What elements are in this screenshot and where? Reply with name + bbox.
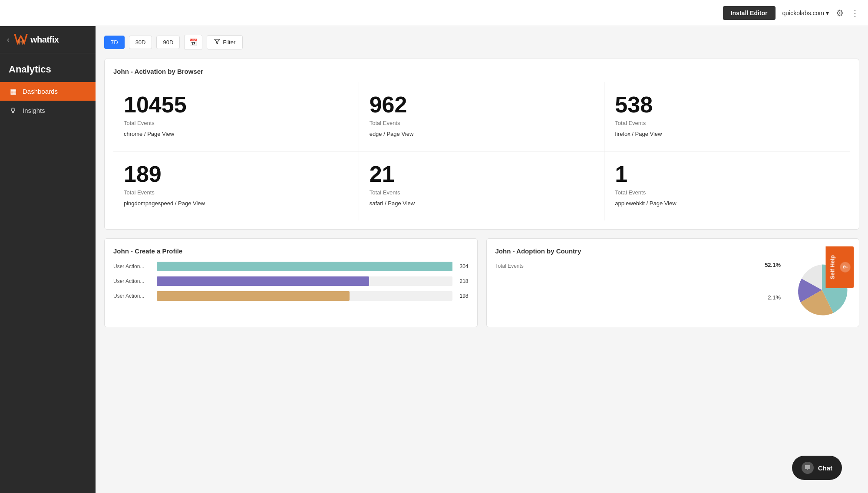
stat-detail-chrome: chrome / Page View: [124, 131, 348, 137]
stat-detail-pingdom: pingdompagespeed / Page View: [124, 200, 348, 207]
self-help-tab[interactable]: ? Self Help: [826, 246, 854, 288]
bar-label-1: User Action...: [113, 263, 152, 270]
stat-label-edge: Total Events: [370, 120, 594, 126]
bar-track-1: [157, 262, 452, 271]
adoption-by-country-section: John - Adoption by Country Total Events …: [486, 238, 860, 327]
sidebar-item-insights[interactable]: Insights: [0, 102, 96, 119]
chat-icon: [802, 462, 814, 474]
bar-label-2: User Action...: [113, 278, 152, 284]
bar-row-1: User Action... 304: [113, 262, 469, 271]
layout: ‹ whatfix Analytics ▦ Dashboards: [0, 26, 868, 493]
stat-number-chrome: 10455: [124, 92, 348, 117]
activation-by-browser-section: John - Activation by Browser 10455 Total…: [104, 59, 859, 230]
stat-number-pingdom: 189: [124, 162, 348, 187]
stat-number-safari: 21: [370, 162, 594, 187]
svg-marker-1: [17, 39, 24, 45]
sidebar-item-dashboards-label: Dashboards: [23, 88, 58, 95]
stat-label-chrome: Total Events: [124, 120, 348, 126]
topbar: Install Editor quickolabs.com ▾ ⚙ ⋮: [0, 0, 868, 26]
bar-chart: User Action... 304 User Action... 218: [113, 262, 469, 301]
date-90d-button[interactable]: 90D: [156, 36, 180, 49]
stat-chrome: 10455 Total Events chrome / Page View: [113, 82, 359, 151]
bar-track-2: [157, 276, 452, 286]
total-events-label-area: Total Events: [495, 262, 524, 270]
calendar-icon: 📅: [189, 39, 198, 46]
svg-marker-0: [14, 34, 28, 45]
stat-label-firefox: Total Events: [615, 120, 840, 126]
stat-safari: 21 Total Events safari / Page View: [359, 151, 605, 220]
pie-percentage-2: 2.1%: [765, 294, 781, 301]
date-30d-button[interactable]: 30D: [129, 36, 152, 49]
sidebar-logo-area: ‹ whatfix: [0, 26, 96, 53]
filter-label: Filter: [223, 39, 235, 46]
calendar-button[interactable]: 📅: [184, 35, 202, 50]
stat-pingdom: 189 Total Events pingdompagespeed / Page…: [113, 151, 359, 220]
stat-detail-firefox: firefox / Page View: [615, 131, 840, 137]
stat-applewebkit: 1 Total Events applewebkit / Page View: [604, 151, 850, 220]
insights-icon: [9, 107, 17, 114]
pie-percentage-area: 52.1% 2.1%: [765, 262, 781, 301]
sidebar-section-title: Analytics: [0, 53, 96, 79]
domain-selector[interactable]: quickolabs.com ▾: [782, 10, 829, 16]
whatfix-logo-icon: [13, 33, 30, 46]
sidebar-item-insights-label: Insights: [23, 107, 45, 114]
domain-arrow-icon: ▾: [826, 10, 829, 16]
stat-label-applewebkit: Total Events: [615, 189, 840, 196]
whatfix-logo: whatfix: [13, 33, 59, 46]
filter-icon: [214, 39, 220, 46]
whatfix-logo-text: whatfix: [30, 35, 59, 45]
stat-detail-safari: safari / Page View: [370, 200, 594, 207]
stat-edge: 962 Total Events edge / Page View: [359, 82, 605, 151]
bar-label-3: User Action...: [113, 293, 152, 299]
install-editor-button[interactable]: Install Editor: [723, 6, 776, 20]
pie-percentage-1: 52.1%: [765, 262, 781, 268]
pie-chart-area: 52.1% 2.1%: [532, 262, 850, 318]
dashboards-icon: ▦: [9, 87, 17, 95]
bar-fill-1: [157, 262, 452, 271]
self-help-label: Self Help: [829, 255, 836, 279]
sidebar-item-dashboards[interactable]: ▦ Dashboards: [0, 82, 96, 101]
stat-number-firefox: 538: [615, 92, 840, 117]
svg-point-2: [11, 108, 15, 112]
sidebar-navigation: ▦ Dashboards Insights: [0, 79, 96, 123]
back-arrow-icon[interactable]: ‹: [7, 35, 10, 44]
sidebar: ‹ whatfix Analytics ▦ Dashboards: [0, 26, 96, 493]
stat-detail-edge: edge / Page View: [370, 131, 594, 137]
main-content: 7D 30D 90D 📅 Filter John - Activation by…: [96, 26, 868, 493]
stat-label-safari: Total Events: [370, 189, 594, 196]
stat-label-pingdom: Total Events: [124, 189, 348, 196]
bar-track-3: [157, 291, 452, 301]
bar-value-1: 304: [459, 263, 468, 270]
more-menu-icon[interactable]: ⋮: [851, 8, 859, 18]
stat-detail-applewebkit: applewebkit / Page View: [615, 200, 840, 207]
chat-label: Chat: [818, 464, 832, 472]
bottom-row: John - Create a Profile User Action... 3…: [104, 238, 859, 327]
date-7d-button[interactable]: 7D: [104, 36, 125, 49]
bar-value-2: 218: [459, 278, 468, 284]
filter-button[interactable]: Filter: [207, 35, 243, 49]
stat-number-edge: 962: [370, 92, 594, 117]
bar-row-3: User Action... 198: [113, 291, 469, 301]
bar-row-2: User Action... 218: [113, 276, 469, 286]
stat-firefox: 538 Total Events firefox / Page View: [604, 82, 850, 151]
bar-value-3: 198: [459, 293, 468, 299]
settings-icon[interactable]: ⚙: [836, 8, 844, 18]
total-events-label: Total Events: [495, 263, 524, 269]
stats-grid: 10455 Total Events chrome / Page View 96…: [113, 82, 850, 220]
self-help-question-icon: ?: [840, 262, 851, 273]
chat-button[interactable]: Chat: [792, 456, 842, 480]
create-profile-section: John - Create a Profile User Action... 3…: [104, 238, 478, 327]
stat-number-applewebkit: 1: [615, 162, 840, 187]
profile-section-title: John - Create a Profile: [113, 247, 469, 255]
domain-label: quickolabs.com: [782, 10, 825, 16]
activation-section-title: John - Activation by Browser: [113, 68, 850, 75]
bar-fill-2: [157, 276, 369, 286]
date-toolbar: 7D 30D 90D 📅 Filter: [104, 35, 859, 50]
bar-fill-3: [157, 291, 350, 301]
country-section-title: John - Adoption by Country: [495, 247, 851, 255]
